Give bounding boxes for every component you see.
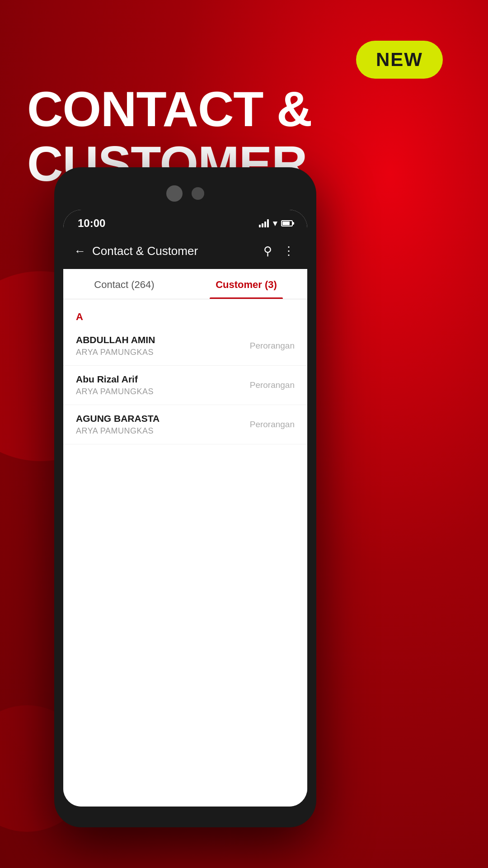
contact-name-3: AGUNG BARASTA: [76, 413, 160, 424]
signal-icon: [259, 219, 269, 227]
more-options-icon[interactable]: ⋮: [283, 244, 295, 258]
status-bar: 10:00 ▾: [63, 210, 307, 235]
new-badge: NEW: [356, 41, 443, 79]
phone-mockup: 10:00 ▾ ← Co: [54, 167, 316, 827]
contact-sub-3: ARYA PAMUNGKAS: [76, 426, 160, 436]
status-icons: ▾: [259, 218, 293, 228]
tab-contact[interactable]: Contact (264): [63, 269, 185, 299]
header-title: Contact & Customer: [92, 244, 198, 258]
contact-info-2: Abu Rizal Arif ARYA PAMUNGKAS: [76, 374, 154, 396]
battery-icon: [281, 220, 293, 226]
search-icon[interactable]: ⚲: [263, 244, 272, 258]
contact-type-1: Perorangan: [250, 341, 295, 351]
phone-screen: 10:00 ▾ ← Co: [63, 210, 307, 807]
tabs-container: Contact (264) Customer (3): [63, 269, 307, 299]
contact-info-3: AGUNG BARASTA ARYA PAMUNGKAS: [76, 413, 160, 436]
app-header: ← Contact & Customer ⚲ ⋮: [63, 235, 307, 269]
status-time: 10:00: [78, 217, 105, 230]
contact-name-1: ABDULLAH AMIN: [76, 335, 155, 345]
contact-item-3[interactable]: AGUNG BARASTA ARYA PAMUNGKAS Perorangan: [63, 405, 307, 444]
contact-info-1: ABDULLAH AMIN ARYA PAMUNGKAS: [76, 335, 155, 357]
phone-camera-area: [63, 176, 307, 210]
contact-name-2: Abu Rizal Arif: [76, 374, 154, 385]
tab-customer[interactable]: Customer (3): [185, 269, 307, 299]
contact-sub-1: ARYA PAMUNGKAS: [76, 348, 155, 357]
section-letter-a: A: [63, 304, 307, 326]
contact-item-2[interactable]: Abu Rizal Arif ARYA PAMUNGKAS Perorangan: [63, 366, 307, 405]
header-icons: ⚲ ⋮: [263, 244, 295, 258]
contact-type-2: Perorangan: [250, 380, 295, 390]
camera-secondary: [192, 187, 204, 200]
contact-item-1[interactable]: ABDULLAH AMIN ARYA PAMUNGKAS Perorangan: [63, 326, 307, 366]
content-area: A ABDULLAH AMIN ARYA PAMUNGKAS Peroranga…: [63, 299, 307, 807]
contact-type-3: Perorangan: [250, 420, 295, 429]
header-left: ← Contact & Customer: [74, 244, 198, 258]
camera-main: [166, 185, 183, 202]
contact-sub-2: ARYA PAMUNGKAS: [76, 387, 154, 396]
wifi-icon: ▾: [273, 218, 277, 228]
back-button[interactable]: ←: [74, 244, 86, 258]
